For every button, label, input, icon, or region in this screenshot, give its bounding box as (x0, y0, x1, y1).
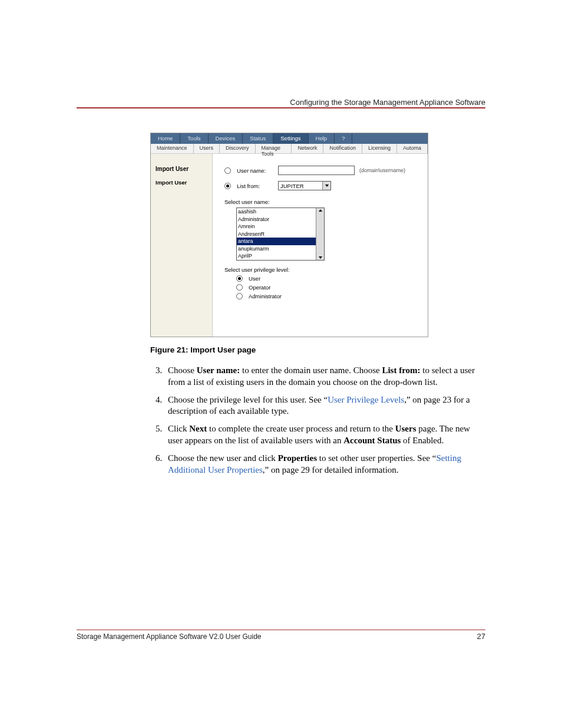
step-5: Click Next to complete the create user p… (164, 423, 485, 447)
radio-priv-user[interactable] (236, 275, 243, 282)
list-item-selected[interactable]: antara (237, 238, 316, 245)
username-input[interactable] (278, 166, 355, 175)
panel-title: Import User (156, 166, 207, 172)
listfrom-select[interactable]: JUPITER (278, 181, 331, 190)
priv-administrator-label: Administrator (249, 293, 282, 299)
tab-devices[interactable]: Devices (209, 133, 243, 144)
listfrom-value: JUPITER (280, 183, 304, 189)
list-item[interactable]: anupkumarm (237, 245, 316, 253)
tab-help[interactable]: Help (309, 133, 335, 144)
scroll-up-icon[interactable] (319, 209, 322, 212)
step-4: Choose the privilege level for this user… (164, 394, 485, 418)
list-item[interactable]: AprilP (237, 252, 316, 260)
subtab-maintenance[interactable]: Maintenance (151, 144, 194, 153)
listbox-scrollbar[interactable] (316, 208, 324, 260)
priv-user-label: User (249, 275, 260, 282)
tab-home[interactable]: Home (151, 133, 180, 144)
radio-priv-administrator[interactable] (236, 293, 243, 299)
link-user-privilege-levels[interactable]: User Privilege Levels (328, 395, 404, 404)
radio-listfrom[interactable] (224, 183, 231, 189)
subtab-licensing[interactable]: Licensing (362, 144, 397, 153)
import-user-screenshot: Home Tools Devices Status Settings Help … (150, 133, 428, 337)
subtab-users[interactable]: Users (194, 144, 220, 153)
tab-settings[interactable]: Settings (273, 133, 308, 144)
select-privilege-label: Select user privilege level: (224, 266, 421, 273)
tab-question[interactable]: ? (335, 133, 352, 144)
page-header-title: Configuring the Storage Management Appli… (290, 98, 485, 107)
page-number: 27 (477, 632, 485, 641)
secondary-tabs: Maintenance Users Discovery Manage Tools… (151, 144, 428, 154)
list-item[interactable]: Amrein (237, 223, 316, 230)
left-nav-panel: Import User Import User (151, 154, 213, 337)
subtab-notification[interactable]: Notification (323, 144, 362, 153)
instruction-list: Choose User name: to enter the domain us… (150, 365, 485, 476)
chevron-down-icon (325, 185, 329, 187)
list-item[interactable]: aashish (237, 208, 316, 216)
select-username-label: Select user name: (224, 199, 421, 205)
username-label: User name: (237, 167, 278, 174)
subtab-discovery[interactable]: Discovery (220, 144, 256, 153)
footer-rule (77, 630, 485, 630)
priv-operator-label: Operator (249, 284, 271, 291)
list-item[interactable]: AndresenR (237, 230, 316, 238)
primary-tabs: Home Tools Devices Status Settings Help … (151, 133, 428, 144)
list-item[interactable]: Administrator (237, 216, 316, 223)
username-hint: (domain\username) (359, 167, 405, 173)
step-3: Choose User name: to enter the domain us… (164, 365, 485, 388)
tab-status[interactable]: Status (243, 133, 273, 144)
figure-caption-text: Import User page (190, 345, 256, 354)
scroll-down-icon[interactable] (319, 256, 322, 259)
radio-priv-operator[interactable] (236, 284, 243, 291)
subtab-automa[interactable]: Automa (397, 144, 428, 153)
header-rule (77, 107, 485, 108)
subtab-manage-tools[interactable]: Manage Tools (256, 144, 292, 153)
tab-tools[interactable]: Tools (180, 133, 208, 144)
step-6: Choose the new user and click Properties… (164, 453, 485, 476)
username-listbox[interactable]: aashish Administrator Amrein AndresenR a… (236, 207, 325, 261)
radio-username[interactable] (224, 167, 231, 174)
panel-subtitle: Import User (156, 179, 207, 186)
figure-caption-prefix: Figure 21: (150, 345, 190, 354)
subtab-network[interactable]: Network (292, 144, 323, 153)
figure-caption: Figure 21: Import User page (150, 345, 485, 354)
footer-title: Storage Management Appliance Software V2… (77, 633, 262, 641)
listfrom-label: List from: (237, 183, 278, 189)
listfrom-dropdown-button[interactable] (322, 182, 330, 190)
